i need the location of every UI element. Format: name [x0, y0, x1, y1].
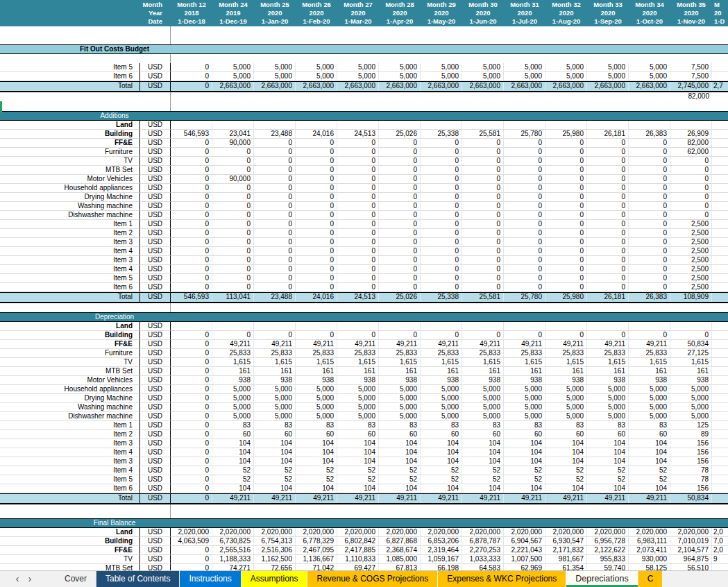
value-cell[interactable]: 7,500 [670, 72, 712, 81]
unit-cell[interactable]: USD [140, 421, 171, 430]
value-cell[interactable]: 1,085,000 [379, 555, 421, 564]
value-cell[interactable]: 0 [171, 412, 212, 421]
value-cell-partial[interactable]: 9 [712, 555, 728, 564]
value-cell[interactable] [337, 322, 379, 331]
value-cell[interactable]: 0 [254, 283, 296, 292]
value-cell[interactable] [587, 322, 629, 331]
value-cell-partial[interactable] [712, 430, 728, 439]
value-cell[interactable]: 74,271 [212, 564, 254, 570]
value-cell[interactable]: 2,368,674 [379, 546, 421, 555]
value-cell-partial[interactable] [712, 166, 728, 175]
value-cell[interactable]: 0 [670, 175, 712, 184]
value-cell-partial[interactable]: 2,0 [712, 528, 728, 537]
value-cell[interactable]: 23,488 [254, 293, 296, 302]
value-cell[interactable]: 104 [545, 448, 587, 457]
value-cell[interactable]: 2,104,577 [670, 546, 712, 555]
value-cell[interactable]: 2,500 [670, 256, 712, 265]
value-cell-partial[interactable] [712, 475, 728, 484]
value-cell[interactable]: 49,211 [629, 340, 670, 349]
value-cell[interactable]: 0 [587, 331, 629, 340]
value-cell[interactable]: 5,000 [254, 394, 296, 403]
value-cell[interactable]: 0 [629, 256, 670, 265]
value-cell[interactable]: 0 [379, 184, 421, 193]
value-cell[interactable]: 25,833 [254, 349, 296, 358]
value-cell[interactable]: 52 [337, 475, 379, 484]
value-cell[interactable]: 0 [629, 193, 670, 202]
value-cell[interactable]: 83 [254, 421, 296, 430]
value-cell[interactable]: 49,211 [212, 340, 254, 349]
unit-cell[interactable]: USD [140, 265, 171, 274]
value-cell[interactable]: 0 [337, 247, 379, 256]
value-cell[interactable]: 5,000 [587, 412, 629, 421]
value-cell[interactable]: 104 [254, 457, 296, 466]
value-cell[interactable]: 52 [379, 475, 421, 484]
value-cell[interactable]: 0 [379, 265, 421, 274]
unit-cell[interactable]: USD [140, 457, 171, 466]
value-cell[interactable]: 0 [254, 247, 296, 256]
value-cell[interactable]: 0 [462, 193, 504, 202]
value-cell[interactable]: 0 [171, 283, 212, 292]
value-cell[interactable]: 0 [462, 247, 504, 256]
value-cell[interactable]: 49,211 [254, 494, 296, 503]
value-cell[interactable]: 0 [504, 265, 545, 274]
value-cell[interactable]: 0 [171, 166, 212, 175]
row-label[interactable]: Item 6 [0, 283, 140, 292]
unit-cell[interactable]: USD [140, 247, 171, 256]
value-cell[interactable]: 1,033,333 [462, 555, 504, 564]
value-cell[interactable]: 0 [587, 202, 629, 211]
value-cell[interactable]: 0 [629, 166, 670, 175]
column-header[interactable]: Month 3420201-Oct-20 [629, 0, 670, 26]
unit-cell[interactable]: USD [140, 412, 171, 421]
value-cell[interactable]: 5,000 [504, 403, 545, 412]
value-cell[interactable]: 52 [462, 466, 504, 475]
value-cell[interactable]: 0 [587, 229, 629, 238]
value-cell[interactable]: 5,000 [212, 72, 254, 81]
section-header[interactable]: Depreciation [0, 312, 728, 322]
value-cell[interactable]: 52 [545, 466, 587, 475]
value-cell-partial[interactable]: 7,0 [712, 537, 728, 546]
value-cell-partial[interactable] [712, 367, 728, 376]
header-row-labels[interactable]: MonthYearDate [0, 0, 171, 26]
value-cell[interactable]: 1,615 [254, 358, 296, 367]
value-cell[interactable]: 0 [254, 184, 296, 193]
value-cell[interactable]: 161 [421, 367, 462, 376]
value-cell[interactable]: 25,833 [337, 349, 379, 358]
value-cell[interactable]: 2,020,000 [545, 528, 587, 537]
value-cell[interactable]: 0 [212, 256, 254, 265]
tabs-scroll-right-icon[interactable]: › [24, 571, 36, 587]
value-cell[interactable]: 0 [337, 220, 379, 229]
value-cell[interactable] [462, 121, 504, 130]
value-cell[interactable]: 104 [212, 448, 254, 457]
value-cell[interactable]: 6,853,206 [421, 537, 462, 546]
value-cell[interactable]: 82,000 [670, 139, 712, 148]
row-label[interactable]: TV [0, 555, 140, 564]
unit-cell[interactable]: USD [140, 274, 171, 283]
row-label[interactable]: Item 2 [0, 430, 140, 439]
value-cell[interactable]: 0 [504, 193, 545, 202]
value-cell[interactable]: 6,730,825 [212, 537, 254, 546]
row-label[interactable]: Item 1 [0, 220, 140, 229]
value-cell[interactable]: 5,000 [587, 403, 629, 412]
row-label[interactable]: Drying Machine [0, 394, 140, 403]
value-cell[interactable]: 62,000 [670, 148, 712, 157]
value-cell[interactable]: 5,000 [462, 385, 504, 394]
value-cell[interactable]: 60 [254, 430, 296, 439]
value-cell[interactable]: 0 [171, 376, 212, 385]
value-cell[interactable]: 0 [421, 166, 462, 175]
value-cell[interactable]: 0 [545, 220, 587, 229]
value-cell[interactable]: 5,000 [254, 385, 296, 394]
value-cell[interactable]: 0 [212, 184, 254, 193]
value-cell[interactable]: 0 [670, 211, 712, 220]
value-cell-partial[interactable] [712, 283, 728, 292]
value-cell[interactable]: 83 [629, 421, 670, 430]
value-cell[interactable]: 50,834 [670, 494, 712, 503]
value-cell[interactable]: 0 [421, 193, 462, 202]
value-cell[interactable]: 0 [504, 139, 545, 148]
value-cell[interactable]: 5,000 [670, 385, 712, 394]
value-cell[interactable]: 938 [670, 376, 712, 385]
row-label[interactable]: Motor Vehicles [0, 376, 140, 385]
value-cell[interactable]: 0 [171, 403, 212, 412]
unit-cell[interactable]: USD [140, 193, 171, 202]
value-cell[interactable]: 1,136,667 [296, 555, 337, 564]
value-cell[interactable]: 5,000 [379, 412, 421, 421]
